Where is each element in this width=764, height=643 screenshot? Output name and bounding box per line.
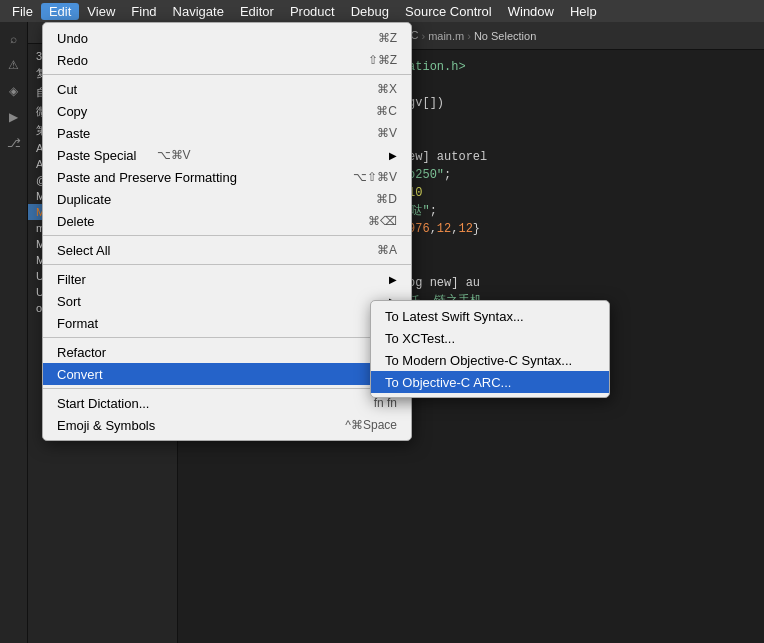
menu-item-paste-preserve-label: Paste and Preserve Formatting <box>57 170 237 185</box>
sep-5 <box>43 388 411 389</box>
menu-item-paste-special-shortcut: ⌥⌘V <box>157 148 191 162</box>
sidebar-icon-debug[interactable]: ▶ <box>3 106 25 128</box>
edit-dropdown-menu: Undo ⌘Z Redo ⇧⌘Z Cut ⌘X Copy ⌘C Paste ⌘V… <box>42 22 412 441</box>
submenu-item-modern-objc[interactable]: To Modern Objective-C Syntax... <box>371 349 609 371</box>
menu-item-redo-label: Redo <box>57 53 88 68</box>
sidebar: ⌕ ⚠ ◈ ▶ ⎇ <box>0 22 28 643</box>
menu-item-refactor[interactable]: Refactor ▶ <box>43 341 411 363</box>
menu-item-undo[interactable]: Undo ⌘Z <box>43 27 411 49</box>
menu-item-paste-preserve-shortcut: ⌥⇧⌘V <box>353 170 397 184</box>
submenu-item-objc-arc[interactable]: To Objective-C ARC... <box>371 371 609 393</box>
menu-item-select-all[interactable]: Select All ⌘A <box>43 239 411 261</box>
menu-item-cut-label: Cut <box>57 82 77 97</box>
menu-item-copy[interactable]: Copy ⌘C <box>43 100 411 122</box>
breadcrumb-sep2: › <box>421 30 425 42</box>
menu-item-sort-label: Sort <box>57 294 81 309</box>
menu-file[interactable]: File <box>4 3 41 20</box>
menu-item-emoji-label: Emoji & Symbols <box>57 418 155 433</box>
menu-item-paste-special-label: Paste Special <box>57 148 137 163</box>
paste-special-arrow-icon: ▶ <box>389 150 397 161</box>
submenu-item-objc-arc-label: To Objective-C ARC... <box>385 375 511 390</box>
menu-item-paste-preserve[interactable]: Paste and Preserve Formatting ⌥⇧⌘V <box>43 166 411 188</box>
menu-item-dictation[interactable]: Start Dictation... fn fn <box>43 392 411 414</box>
menu-item-filter-label: Filter <box>57 272 86 287</box>
menu-item-duplicate-label: Duplicate <box>57 192 111 207</box>
menubar: File Edit View Find Navigate Editor Prod… <box>0 0 764 22</box>
menu-item-paste-special[interactable]: Paste Special ⌥⌘V ▶ <box>43 144 411 166</box>
menu-item-copy-shortcut: ⌘C <box>376 104 397 118</box>
menu-item-delete-label: Delete <box>57 214 95 229</box>
menu-item-format-label: Format <box>57 316 98 331</box>
submenu-item-latest-swift[interactable]: To Latest Swift Syntax... <box>371 305 609 327</box>
menu-item-emoji[interactable]: Emoji & Symbols ^⌘Space <box>43 414 411 436</box>
submenu-item-xctest[interactable]: To XCTest... <box>371 327 609 349</box>
sep-3 <box>43 264 411 265</box>
menu-item-emoji-shortcut: ^⌘Space <box>345 418 397 432</box>
submenu-item-latest-swift-label: To Latest Swift Syntax... <box>385 309 524 324</box>
menu-view[interactable]: View <box>79 3 123 20</box>
submenu-item-modern-objc-label: To Modern Objective-C Syntax... <box>385 353 572 368</box>
menu-item-sort[interactable]: Sort ▶ <box>43 290 411 312</box>
menu-find[interactable]: Find <box>123 3 164 20</box>
breadcrumb-part3[interactable]: main.m <box>428 30 464 42</box>
menu-item-refactor-label: Refactor <box>57 345 106 360</box>
menu-item-paste-shortcut: ⌘V <box>377 126 397 140</box>
menu-item-cut[interactable]: Cut ⌘X <box>43 78 411 100</box>
menu-navigate[interactable]: Navigate <box>165 3 232 20</box>
menu-item-select-all-shortcut: ⌘A <box>377 243 397 257</box>
menu-item-delete-shortcut: ⌘⌫ <box>368 214 397 228</box>
menu-window[interactable]: Window <box>500 3 562 20</box>
menu-item-cut-shortcut: ⌘X <box>377 82 397 96</box>
menu-item-dictation-shortcut: fn fn <box>374 396 397 410</box>
menu-item-format[interactable]: Format ▶ <box>43 312 411 334</box>
sidebar-icon-search[interactable]: ⌕ <box>3 28 25 50</box>
menu-debug[interactable]: Debug <box>343 3 397 20</box>
menu-item-copy-label: Copy <box>57 104 87 119</box>
menu-item-duplicate-shortcut: ⌘D <box>376 192 397 206</box>
menu-item-select-all-label: Select All <box>57 243 110 258</box>
sidebar-icon-test[interactable]: ◈ <box>3 80 25 102</box>
menu-item-paste[interactable]: Paste ⌘V <box>43 122 411 144</box>
menu-item-delete[interactable]: Delete ⌘⌫ <box>43 210 411 232</box>
menu-item-redo-shortcut: ⇧⌘Z <box>368 53 397 67</box>
breadcrumb-part4: No Selection <box>474 30 536 42</box>
menu-source-control[interactable]: Source Control <box>397 3 500 20</box>
submenu-item-xctest-label: To XCTest... <box>385 331 455 346</box>
menu-item-filter[interactable]: Filter ▶ <box>43 268 411 290</box>
convert-submenu: To Latest Swift Syntax... To XCTest... T… <box>370 300 610 398</box>
sidebar-icon-warning[interactable]: ⚠ <box>3 54 25 76</box>
filter-arrow-icon: ▶ <box>389 274 397 285</box>
menu-item-convert[interactable]: Convert ▶ <box>43 363 411 385</box>
sidebar-icon-source[interactable]: ⎇ <box>3 132 25 154</box>
menu-item-undo-label: Undo <box>57 31 88 46</box>
sep-4 <box>43 337 411 338</box>
menu-item-redo[interactable]: Redo ⇧⌘Z <box>43 49 411 71</box>
menu-item-duplicate[interactable]: Duplicate ⌘D <box>43 188 411 210</box>
breadcrumb-sep3: › <box>467 30 471 42</box>
menu-item-convert-label: Convert <box>57 367 103 382</box>
menu-edit[interactable]: Edit <box>41 3 79 20</box>
menu-item-paste-label: Paste <box>57 126 90 141</box>
sep-2 <box>43 235 411 236</box>
menu-editor[interactable]: Editor <box>232 3 282 20</box>
menu-help[interactable]: Help <box>562 3 605 20</box>
menu-product[interactable]: Product <box>282 3 343 20</box>
sep-1 <box>43 74 411 75</box>
menu-item-undo-shortcut: ⌘Z <box>378 31 397 45</box>
menu-item-dictation-label: Start Dictation... <box>57 396 149 411</box>
